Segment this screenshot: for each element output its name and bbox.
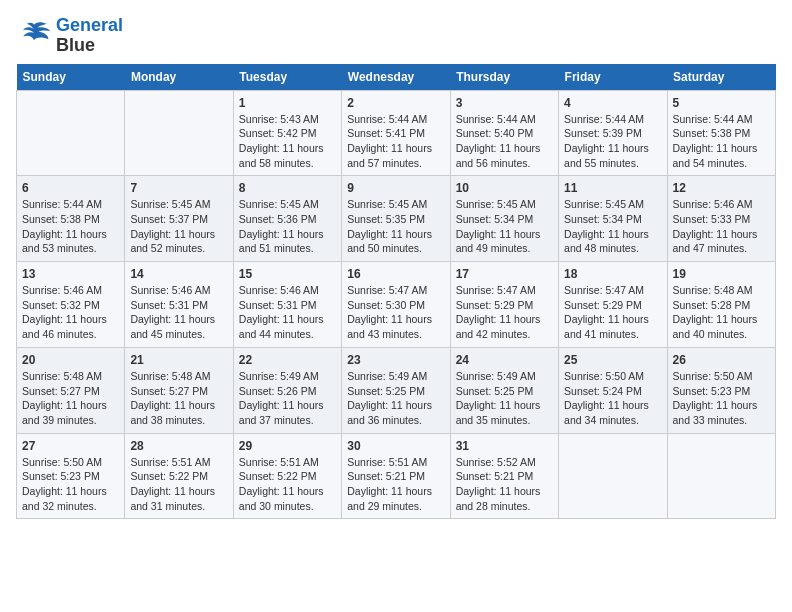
day-info: Sunrise: 5:49 AMSunset: 5:25 PMDaylight:… [347,369,444,428]
day-number: 6 [22,181,119,195]
day-info: Sunrise: 5:48 AMSunset: 5:27 PMDaylight:… [22,369,119,428]
calendar-cell: 30Sunrise: 5:51 AMSunset: 5:21 PMDayligh… [342,433,450,519]
calendar-cell: 7Sunrise: 5:45 AMSunset: 5:37 PMDaylight… [125,176,233,262]
calendar-week-5: 27Sunrise: 5:50 AMSunset: 5:23 PMDayligh… [17,433,776,519]
calendar-cell: 17Sunrise: 5:47 AMSunset: 5:29 PMDayligh… [450,262,558,348]
calendar-cell: 15Sunrise: 5:46 AMSunset: 5:31 PMDayligh… [233,262,341,348]
day-number: 7 [130,181,227,195]
day-info: Sunrise: 5:45 AMSunset: 5:34 PMDaylight:… [456,197,553,256]
calendar-cell: 21Sunrise: 5:48 AMSunset: 5:27 PMDayligh… [125,347,233,433]
calendar-cell: 23Sunrise: 5:49 AMSunset: 5:25 PMDayligh… [342,347,450,433]
calendar-week-4: 20Sunrise: 5:48 AMSunset: 5:27 PMDayligh… [17,347,776,433]
day-number: 5 [673,96,770,110]
weekday-header-sunday: Sunday [17,64,125,91]
calendar-cell: 11Sunrise: 5:45 AMSunset: 5:34 PMDayligh… [559,176,667,262]
day-info: Sunrise: 5:52 AMSunset: 5:21 PMDaylight:… [456,455,553,514]
day-info: Sunrise: 5:47 AMSunset: 5:30 PMDaylight:… [347,283,444,342]
calendar-cell: 20Sunrise: 5:48 AMSunset: 5:27 PMDayligh… [17,347,125,433]
calendar-cell: 22Sunrise: 5:49 AMSunset: 5:26 PMDayligh… [233,347,341,433]
day-info: Sunrise: 5:47 AMSunset: 5:29 PMDaylight:… [564,283,661,342]
calendar-cell [559,433,667,519]
calendar-cell: 10Sunrise: 5:45 AMSunset: 5:34 PMDayligh… [450,176,558,262]
weekday-header-wednesday: Wednesday [342,64,450,91]
day-info: Sunrise: 5:48 AMSunset: 5:27 PMDaylight:… [130,369,227,428]
calendar-cell: 31Sunrise: 5:52 AMSunset: 5:21 PMDayligh… [450,433,558,519]
day-number: 24 [456,353,553,367]
day-number: 1 [239,96,336,110]
day-info: Sunrise: 5:45 AMSunset: 5:37 PMDaylight:… [130,197,227,256]
calendar-cell [17,90,125,176]
day-info: Sunrise: 5:48 AMSunset: 5:28 PMDaylight:… [673,283,770,342]
calendar-cell: 28Sunrise: 5:51 AMSunset: 5:22 PMDayligh… [125,433,233,519]
day-number: 30 [347,439,444,453]
calendar-cell: 25Sunrise: 5:50 AMSunset: 5:24 PMDayligh… [559,347,667,433]
calendar-cell: 3Sunrise: 5:44 AMSunset: 5:40 PMDaylight… [450,90,558,176]
day-info: Sunrise: 5:45 AMSunset: 5:35 PMDaylight:… [347,197,444,256]
day-info: Sunrise: 5:45 AMSunset: 5:36 PMDaylight:… [239,197,336,256]
calendar-week-3: 13Sunrise: 5:46 AMSunset: 5:32 PMDayligh… [17,262,776,348]
day-info: Sunrise: 5:43 AMSunset: 5:42 PMDaylight:… [239,112,336,171]
day-number: 13 [22,267,119,281]
day-info: Sunrise: 5:46 AMSunset: 5:33 PMDaylight:… [673,197,770,256]
day-number: 20 [22,353,119,367]
calendar-week-2: 6Sunrise: 5:44 AMSunset: 5:38 PMDaylight… [17,176,776,262]
day-info: Sunrise: 5:44 AMSunset: 5:39 PMDaylight:… [564,112,661,171]
day-number: 14 [130,267,227,281]
calendar-cell: 27Sunrise: 5:50 AMSunset: 5:23 PMDayligh… [17,433,125,519]
calendar-cell [125,90,233,176]
calendar-cell: 2Sunrise: 5:44 AMSunset: 5:41 PMDaylight… [342,90,450,176]
day-info: Sunrise: 5:44 AMSunset: 5:38 PMDaylight:… [673,112,770,171]
calendar-table: SundayMondayTuesdayWednesdayThursdayFrid… [16,64,776,520]
day-info: Sunrise: 5:49 AMSunset: 5:26 PMDaylight:… [239,369,336,428]
day-number: 22 [239,353,336,367]
calendar-cell: 26Sunrise: 5:50 AMSunset: 5:23 PMDayligh… [667,347,775,433]
calendar-cell: 5Sunrise: 5:44 AMSunset: 5:38 PMDaylight… [667,90,775,176]
day-info: Sunrise: 5:46 AMSunset: 5:31 PMDaylight:… [130,283,227,342]
calendar-cell: 6Sunrise: 5:44 AMSunset: 5:38 PMDaylight… [17,176,125,262]
calendar-cell: 8Sunrise: 5:45 AMSunset: 5:36 PMDaylight… [233,176,341,262]
day-info: Sunrise: 5:50 AMSunset: 5:24 PMDaylight:… [564,369,661,428]
day-number: 25 [564,353,661,367]
calendar-cell: 1Sunrise: 5:43 AMSunset: 5:42 PMDaylight… [233,90,341,176]
day-number: 4 [564,96,661,110]
day-number: 8 [239,181,336,195]
day-info: Sunrise: 5:51 AMSunset: 5:22 PMDaylight:… [130,455,227,514]
calendar-cell: 24Sunrise: 5:49 AMSunset: 5:25 PMDayligh… [450,347,558,433]
weekday-header-monday: Monday [125,64,233,91]
day-info: Sunrise: 5:51 AMSunset: 5:21 PMDaylight:… [347,455,444,514]
day-info: Sunrise: 5:44 AMSunset: 5:40 PMDaylight:… [456,112,553,171]
calendar-cell: 9Sunrise: 5:45 AMSunset: 5:35 PMDaylight… [342,176,450,262]
day-number: 9 [347,181,444,195]
day-number: 16 [347,267,444,281]
day-number: 26 [673,353,770,367]
day-number: 12 [673,181,770,195]
day-number: 21 [130,353,227,367]
weekday-header-tuesday: Tuesday [233,64,341,91]
weekday-header-saturday: Saturday [667,64,775,91]
logo-text: GeneralBlue [56,16,123,56]
day-info: Sunrise: 5:47 AMSunset: 5:29 PMDaylight:… [456,283,553,342]
calendar-cell: 16Sunrise: 5:47 AMSunset: 5:30 PMDayligh… [342,262,450,348]
calendar-cell [667,433,775,519]
day-info: Sunrise: 5:50 AMSunset: 5:23 PMDaylight:… [673,369,770,428]
day-number: 23 [347,353,444,367]
day-number: 27 [22,439,119,453]
calendar-cell: 12Sunrise: 5:46 AMSunset: 5:33 PMDayligh… [667,176,775,262]
day-number: 10 [456,181,553,195]
day-info: Sunrise: 5:46 AMSunset: 5:32 PMDaylight:… [22,283,119,342]
day-number: 11 [564,181,661,195]
day-number: 2 [347,96,444,110]
calendar-header: SundayMondayTuesdayWednesdayThursdayFrid… [17,64,776,91]
day-number: 31 [456,439,553,453]
day-info: Sunrise: 5:49 AMSunset: 5:25 PMDaylight:… [456,369,553,428]
day-number: 17 [456,267,553,281]
calendar-cell: 14Sunrise: 5:46 AMSunset: 5:31 PMDayligh… [125,262,233,348]
logo: GeneralBlue [16,16,123,56]
calendar-cell: 18Sunrise: 5:47 AMSunset: 5:29 PMDayligh… [559,262,667,348]
day-number: 19 [673,267,770,281]
calendar-cell: 13Sunrise: 5:46 AMSunset: 5:32 PMDayligh… [17,262,125,348]
day-number: 18 [564,267,661,281]
weekday-header-friday: Friday [559,64,667,91]
day-info: Sunrise: 5:46 AMSunset: 5:31 PMDaylight:… [239,283,336,342]
day-number: 3 [456,96,553,110]
